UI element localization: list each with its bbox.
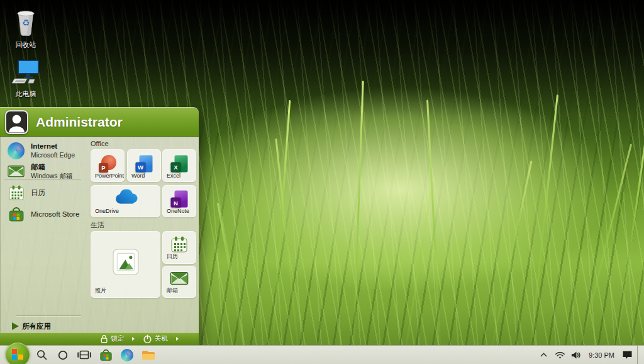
start-menu-sidebar: Internet Microsoft Edge 邮箱 [1, 137, 87, 333]
desktop-icon-label: 此电脑 [4, 89, 48, 99]
tile-calendar[interactable]: 日历 [162, 231, 196, 264]
grass-blade [217, 203, 247, 364]
onedrive-icon [113, 190, 139, 209]
grass-blade [402, 177, 434, 364]
cortana-button[interactable] [53, 346, 72, 364]
lock-button[interactable]: 锁定 [98, 334, 126, 344]
sidebar-item-title: Microsoft Store [31, 210, 79, 218]
desktop-icon-this-pc[interactable]: 此电脑 [4, 58, 48, 99]
edge-icon [121, 349, 133, 361]
tile-label: OneNote [167, 208, 189, 214]
svg-text:♻: ♻ [22, 18, 30, 28]
folder-icon [142, 350, 155, 361]
sidebar-item-title: 邮箱 [31, 163, 73, 171]
search-icon [36, 349, 48, 361]
lock-label: 锁定 [111, 334, 124, 343]
recycle-bin-icon: ♻ [14, 8, 38, 39]
shutdown-submenu-arrow-icon[interactable] [176, 337, 179, 341]
desktop-screen: ♻ 回收站 此电脑 [0, 0, 644, 364]
person-icon [6, 111, 27, 133]
taskbar: 9:30 PM [0, 345, 644, 364]
system-tray: 9:30 PM [537, 346, 644, 364]
grass-blade [528, 94, 558, 364]
sidebar-item-microsoft-store[interactable]: Microsoft Store [1, 204, 87, 224]
lock-submenu-arrow-icon[interactable] [132, 337, 135, 341]
powerpoint-icon: P [99, 155, 116, 173]
desktop-icon-label: 回收站 [4, 40, 48, 50]
taskbar-file-explorer-button[interactable] [139, 346, 158, 364]
tile-label: Excel [167, 173, 180, 179]
start-menu-header: Administrator [0, 107, 199, 137]
tile-label: 邮箱 [167, 287, 178, 295]
all-apps-button[interactable]: 所有应用 [1, 319, 82, 334]
tile-label: OneDrive [95, 208, 119, 214]
all-apps-label: 所有应用 [22, 322, 51, 331]
sidebar-item-calendar[interactable]: 日历 [1, 183, 87, 203]
windows-logo-icon [12, 349, 23, 360]
shutdown-label: 关机 [155, 334, 168, 343]
photos-icon [113, 249, 139, 278]
sidebar-item-internet[interactable]: Internet Microsoft Edge [1, 140, 87, 161]
grass-blade [487, 161, 533, 364]
user-name: Administrator [36, 115, 123, 130]
tile-word[interactable]: W Word [127, 149, 161, 182]
sidebar-divider [4, 179, 81, 179]
grass-blade [575, 144, 632, 364]
task-view-button[interactable] [75, 346, 94, 364]
lock-icon [100, 334, 108, 343]
start-button[interactable] [6, 343, 30, 364]
taskbar-store-button[interactable] [96, 346, 115, 364]
tile-label: 日历 [167, 253, 178, 261]
this-pc-icon [11, 58, 41, 88]
user-avatar[interactable] [5, 110, 28, 134]
wifi-icon [555, 351, 565, 359]
tile-excel[interactable]: X Excel [162, 149, 196, 182]
network-button[interactable] [553, 347, 566, 363]
shutdown-button[interactable]: 关机 [141, 334, 170, 344]
edge-icon [8, 142, 25, 159]
mail-icon [170, 272, 189, 288]
tile-label: 照片 [95, 287, 106, 295]
onenote-icon: N [171, 191, 188, 208]
tile-powerpoint[interactable]: P PowerPoint [91, 149, 125, 182]
tile-label: Word [131, 173, 145, 179]
volume-button[interactable] [570, 347, 582, 363]
grass-blade [352, 81, 364, 364]
search-button[interactable] [32, 346, 51, 364]
tile-label: PowerPoint [95, 173, 124, 179]
start-menu-tiles: Office P PowerPoint W Word [89, 137, 197, 333]
cortana-icon [57, 350, 69, 361]
mail-icon [8, 163, 25, 180]
store-icon [8, 206, 25, 223]
desktop-icon-recycle-bin[interactable]: ♻ 回收站 [4, 8, 48, 50]
tile-photos[interactable]: 照片 [91, 231, 160, 298]
taskbar-clock[interactable]: 9:30 PM [586, 351, 617, 359]
grass-blade [613, 96, 644, 364]
word-icon: W [136, 155, 153, 172]
sidebar-item-title: Internet [31, 142, 75, 151]
tile-onenote[interactable]: N OneNote [162, 185, 196, 217]
grass-blade [426, 100, 442, 364]
section-label-office: Office [91, 140, 109, 147]
start-menu-body: Internet Microsoft Edge 邮箱 [0, 137, 199, 333]
tile-onedrive[interactable]: OneDrive [91, 185, 160, 217]
taskbar-left [5, 344, 158, 364]
action-center-icon [622, 350, 633, 360]
sidebar-item-subtitle: Windows 邮箱 [31, 172, 73, 179]
show-desktop-button[interactable] [637, 346, 640, 364]
show-hidden-icons-button[interactable] [537, 347, 550, 363]
calendar-icon [8, 185, 25, 202]
taskbar-edge-button[interactable] [118, 346, 136, 364]
sidebar-item-subtitle: Microsoft Edge [31, 151, 75, 159]
action-center-button[interactable] [621, 347, 633, 363]
sidebar-item-title: 日历 [31, 188, 45, 198]
chevron-up-icon [540, 352, 548, 358]
volume-icon [571, 351, 581, 360]
store-icon [99, 349, 113, 361]
all-apps-arrow-icon [12, 322, 19, 330]
tile-mail[interactable]: 邮箱 [162, 266, 196, 298]
power-icon [143, 334, 152, 344]
grass-blade [270, 100, 291, 364]
task-view-icon [77, 350, 91, 360]
section-label-life: 生活 [91, 220, 104, 230]
